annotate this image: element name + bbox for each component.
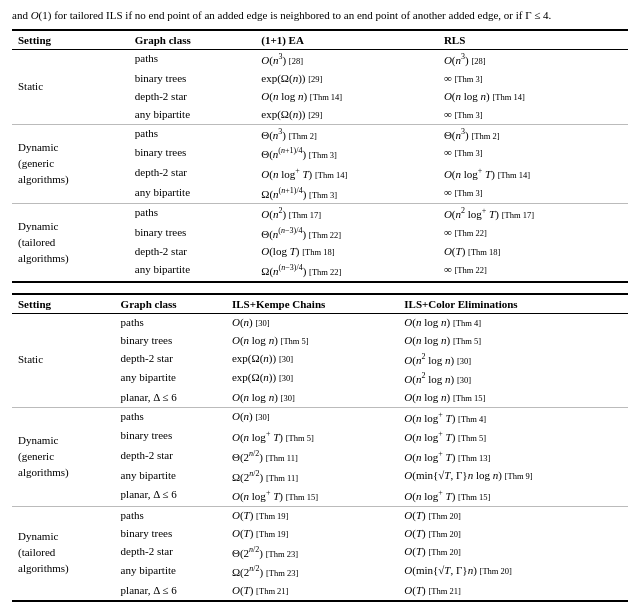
graph-class: depth-2 star [115, 447, 226, 467]
graph-class: binary trees [115, 332, 226, 350]
graph-class: binary trees [115, 427, 226, 447]
col-color-2: ILS+Color Eliminations [398, 294, 628, 314]
ea-val: Ω(n(n−3)/4) [Thm 22] [255, 261, 438, 282]
kempe-val: Ω(2n/2) [Thm 23] [226, 562, 398, 582]
intro-text: and O(1) for tailored ILS if no end poin… [12, 8, 628, 23]
col-rls-1: RLS [438, 30, 628, 50]
rls-val: ∞ [Thm 3] [438, 144, 628, 164]
graph-class: depth-2 star [115, 543, 226, 563]
col-setting-2: Setting [12, 294, 115, 314]
ea-val: Θ(n(n−3)/4) [Thm 22] [255, 224, 438, 244]
table-row: Dynamic(genericalgorithms) paths O(n) [3… [12, 407, 628, 427]
graph-class: binary trees [129, 224, 255, 244]
kempe-val: O(T) [Thm 21] [226, 582, 398, 601]
graph-class: depth-2 star [115, 350, 226, 370]
col-graphclass-1: Graph class [129, 30, 255, 50]
color-val: O(T) [Thm 20] [398, 506, 628, 524]
graph-class: binary trees [129, 70, 255, 88]
rls-val: O(n2 log+ T) [Thm 17] [438, 204, 628, 224]
kempe-val: O(n log n) [30] [226, 389, 398, 407]
color-val: O(min{√T, Γ}n) [Thm 20] [398, 562, 628, 582]
kempe-val: O(n log+ T) [Thm 15] [226, 486, 398, 506]
kempe-val: Θ(2n/2) [Thm 11] [226, 447, 398, 467]
rls-val: O(n log n) [Thm 14] [438, 88, 628, 106]
kempe-val: O(n) [30] [226, 313, 398, 331]
kempe-val: Ω(2n/2) [Thm 11] [226, 467, 398, 487]
kempe-val: exp(Ω(n)) [30] [226, 369, 398, 389]
table-row: Static paths O(n) [30] O(n log n) [Thm 4… [12, 313, 628, 331]
ea-val: O(log T) [Thm 18] [255, 243, 438, 261]
col-ea-1: (1+1) EA [255, 30, 438, 50]
kempe-val: Θ(2n/2) [Thm 23] [226, 543, 398, 563]
setting-dynamic-generic-2: Dynamic(genericalgorithms) [12, 407, 115, 506]
ea-val: O(n2) [Thm 17] [255, 204, 438, 224]
table1: Setting Graph class (1+1) EA RLS Static … [12, 29, 628, 283]
kempe-val: O(n log n) [Thm 5] [226, 332, 398, 350]
color-val: O(T) [Thm 20] [398, 543, 628, 563]
table-row: Dynamic(tailoredalgorithms) paths O(n2) … [12, 204, 628, 224]
rls-val: Θ(n3) [Thm 2] [438, 124, 628, 144]
graph-class: paths [115, 407, 226, 427]
rls-val: ∞ [Thm 3] [438, 70, 628, 88]
graph-class: planar, Δ ≤ 6 [115, 486, 226, 506]
graph-class: depth-2 star [129, 88, 255, 106]
rls-val: O(n log+ T) [Thm 14] [438, 164, 628, 184]
color-val: O(T) [Thm 21] [398, 582, 628, 601]
setting-dynamic-tailored-2: Dynamic(tailoredalgorithms) [12, 506, 115, 601]
ea-val: O(n log+ T) [Thm 14] [255, 164, 438, 184]
col-kempe-2: ILS+Kempe Chains [226, 294, 398, 314]
graph-class: planar, Δ ≤ 6 [115, 389, 226, 407]
kempe-val: O(T) [Thm 19] [226, 506, 398, 524]
graph-class: any bipartite [129, 261, 255, 282]
graph-class: any bipartite [115, 467, 226, 487]
color-val: O(n log n) [Thm 4] [398, 313, 628, 331]
graph-class: depth-2 star [129, 164, 255, 184]
kempe-val: O(n log+ T) [Thm 5] [226, 427, 398, 447]
rls-val: ∞ [Thm 3] [438, 106, 628, 124]
table-row: Static paths O(n3) [28] O(n3) [28] [12, 50, 628, 70]
ea-val: exp(Ω(n)) [29] [255, 70, 438, 88]
setting-dynamic-generic: Dynamic(genericalgorithms) [12, 124, 129, 203]
color-val: O(n log n) [Thm 5] [398, 332, 628, 350]
ea-val: Θ(n3) [Thm 2] [255, 124, 438, 144]
setting-static-2: Static [12, 313, 115, 407]
color-val: O(n log+ T) [Thm 4] [398, 407, 628, 427]
color-val: O(min{√T, Γ}n log n) [Thm 9] [398, 467, 628, 487]
rls-val: ∞ [Thm 3] [438, 184, 628, 204]
rls-val: O(T) [Thm 18] [438, 243, 628, 261]
ea-val: exp(Ω(n)) [29] [255, 106, 438, 124]
color-val: O(T) [Thm 20] [398, 525, 628, 543]
table2: Setting Graph class ILS+Kempe Chains ILS… [12, 293, 628, 602]
ea-val: Θ(n(n+1)/4) [Thm 3] [255, 144, 438, 164]
graph-class: depth-2 star [129, 243, 255, 261]
graph-class: paths [129, 124, 255, 144]
graph-class: paths [115, 313, 226, 331]
graph-class: paths [129, 50, 255, 70]
setting-static: Static [12, 50, 129, 124]
kempe-val: O(n) [30] [226, 407, 398, 427]
table-row: Dynamic(tailoredalgorithms) paths O(T) [… [12, 506, 628, 524]
kempe-val: exp(Ω(n)) [30] [226, 350, 398, 370]
color-val: O(n2 log n) [30] [398, 369, 628, 389]
col-setting-1: Setting [12, 30, 129, 50]
graph-class: any bipartite [115, 562, 226, 582]
ea-val: O(n log n) [Thm 14] [255, 88, 438, 106]
rls-val: ∞ [Thm 22] [438, 224, 628, 244]
color-val: O(n log+ T) [Thm 5] [398, 427, 628, 447]
graph-class: paths [115, 506, 226, 524]
rls-val: O(n3) [28] [438, 50, 628, 70]
ea-val: O(n3) [28] [255, 50, 438, 70]
color-val: O(n2 log n) [30] [398, 350, 628, 370]
graph-class: paths [129, 204, 255, 224]
color-val: O(n log+ T) [Thm 15] [398, 486, 628, 506]
graph-class: any bipartite [115, 369, 226, 389]
kempe-val: O(T) [Thm 19] [226, 525, 398, 543]
color-val: O(n log+ T) [Thm 13] [398, 447, 628, 467]
graph-class: any bipartite [129, 184, 255, 204]
rls-val: ∞ [Thm 22] [438, 261, 628, 282]
ea-val: Ω(n(n+1)/4) [Thm 3] [255, 184, 438, 204]
graph-class: binary trees [129, 144, 255, 164]
graph-class: binary trees [115, 525, 226, 543]
col-graphclass-2: Graph class [115, 294, 226, 314]
setting-dynamic-tailored: Dynamic(tailoredalgorithms) [12, 204, 129, 282]
